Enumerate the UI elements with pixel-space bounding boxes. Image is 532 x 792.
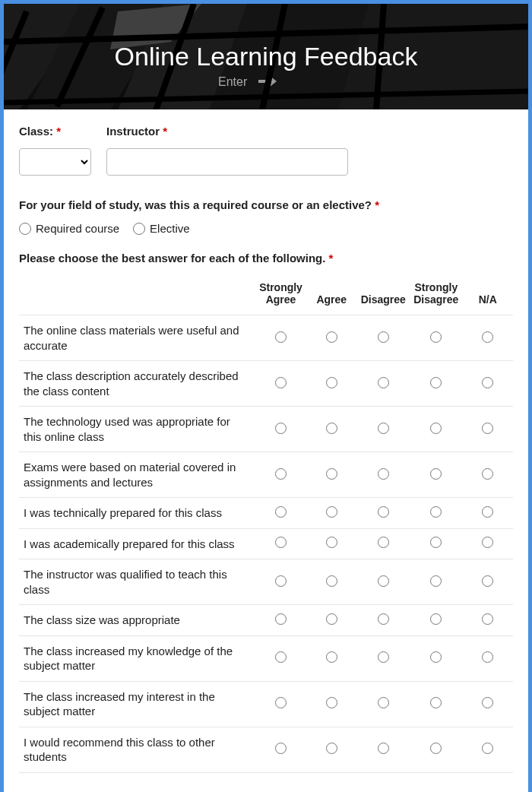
matrix-radio[interactable] [326,506,337,518]
matrix-radio[interactable] [378,506,389,518]
matrix-radio[interactable] [326,537,337,548]
matrix-radio[interactable] [326,613,337,625]
matrix-cell [306,559,356,605]
matrix-row: The class increased my knowledge of the … [19,635,513,681]
matrix-radio[interactable] [482,537,493,548]
matrix-radio[interactable] [430,575,442,587]
matrix-radio[interactable] [430,697,442,708]
matrix-col-header: Agree [306,275,356,315]
matrix-radio[interactable] [482,423,493,434]
matrix-cell [410,361,463,407]
matrix-radio[interactable] [326,331,337,343]
matrix-row: Exams were based on material covered in … [19,452,513,498]
class-select[interactable] [19,148,91,176]
course-type-option-label: Elective [150,222,190,235]
matrix-radio[interactable] [378,331,389,343]
matrix-row: The technology used was appropriate for … [19,407,513,452]
matrix-col-header: Strongly Disagree [410,275,463,315]
course-type-prompt: For your field of study, was this a requ… [19,198,513,211]
matrix-radio[interactable] [430,613,442,625]
matrix-col-header: N/A [463,275,513,315]
matrix-radio[interactable] [482,697,493,708]
matrix-radio[interactable] [275,377,287,388]
matrix-col-header: Strongly Agree [255,275,306,315]
matrix-radio[interactable] [378,651,389,663]
matrix-row-label: The class increased my knowledge of the … [19,635,255,681]
matrix-cell [356,452,410,498]
form-body: Class: * Instructor * For your field of … [4,109,528,792]
matrix-cell [306,528,356,559]
matrix-row-label: The class description accurately describ… [19,361,255,407]
matrix-radio[interactable] [378,743,389,754]
matrix-cell [463,315,513,361]
matrix-cell [255,498,306,529]
matrix-radio[interactable] [326,743,337,754]
matrix-cell [356,559,410,605]
course-type-radio[interactable] [133,223,145,235]
matrix-radio[interactable] [482,331,493,343]
matrix-radio[interactable] [378,423,389,434]
instructor-label: Instructor * [106,125,348,138]
matrix-radio[interactable] [326,651,337,663]
matrix-radio[interactable] [482,613,493,625]
matrix-radio[interactable] [378,468,389,480]
matrix-radio[interactable] [482,743,493,754]
matrix-radio[interactable] [430,537,442,548]
matrix-radio[interactable] [275,423,287,434]
matrix-cell [255,605,306,636]
matrix-radio[interactable] [275,697,287,708]
matrix-radio[interactable] [430,423,442,434]
matrix-radio[interactable] [430,377,442,388]
matrix-radio[interactable] [326,377,337,388]
instructor-input[interactable] [106,148,348,176]
matrix-cell [306,605,356,636]
matrix-radio[interactable] [482,377,493,388]
matrix-cell [306,315,356,361]
matrix-radio[interactable] [275,506,287,518]
matrix-radio[interactable] [430,506,442,518]
class-label: Class: * [19,125,91,138]
matrix-radio[interactable] [430,468,442,480]
matrix-radio[interactable] [378,575,389,587]
matrix-radio[interactable] [482,575,493,587]
matrix-radio[interactable] [378,537,389,548]
matrix-row: I was technically prepared for this clas… [19,498,513,529]
course-type-option[interactable]: Elective [133,222,190,235]
matrix-cell [306,407,356,452]
matrix-radio[interactable] [275,575,287,587]
course-type-options: Required courseElective [19,222,513,235]
matrix-radio[interactable] [326,697,337,708]
matrix-row-label: The technology used was appropriate for … [19,407,255,452]
matrix-radio[interactable] [275,651,287,663]
course-type-option[interactable]: Required course [19,222,119,235]
matrix-cell [255,315,306,361]
matrix-radio[interactable] [482,651,493,663]
matrix-radio[interactable] [275,537,287,548]
matrix-cell [410,452,463,498]
matrix-radio[interactable] [275,468,287,480]
matrix-radio[interactable] [430,331,442,343]
matrix-radio[interactable] [430,651,442,663]
matrix-radio[interactable] [275,331,287,343]
matrix-radio[interactable] [430,743,442,754]
matrix-radio[interactable] [378,613,389,625]
matrix-radio[interactable] [326,468,337,480]
matrix-cell [356,635,410,681]
matrix-radio[interactable] [482,506,493,518]
matrix-cell [306,452,356,498]
course-type-radio[interactable] [19,223,31,235]
matrix-col-header: Disagree [356,275,410,315]
matrix-radio[interactable] [378,377,389,388]
matrix-radio[interactable] [378,697,389,708]
matrix-cell [463,727,513,772]
matrix-radio[interactable] [326,575,337,587]
matrix-radio[interactable] [275,743,287,754]
matrix-cell [463,452,513,498]
matrix-cell [255,681,306,727]
matrix-radio[interactable] [482,468,493,480]
matrix-cell [306,681,356,727]
matrix-cell [410,635,463,681]
matrix-radio[interactable] [326,423,337,434]
matrix-cell [410,681,463,727]
matrix-radio[interactable] [275,613,287,625]
